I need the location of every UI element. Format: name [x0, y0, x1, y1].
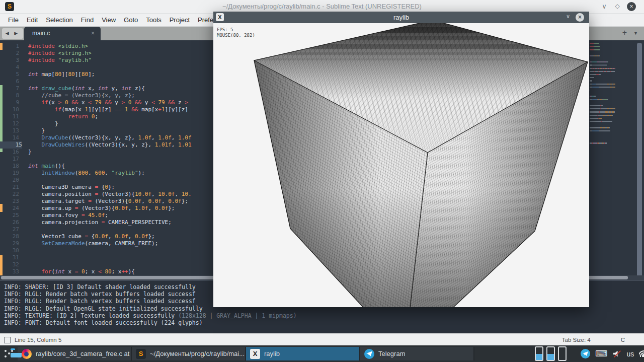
menu-tools[interactable]: Tools [142, 15, 165, 25]
line-number-19: 19 [0, 170, 19, 177]
system-tray: ⌨ us ▲ [576, 349, 644, 358]
code-line-8[interactable]: //cube = (Vector3){x, y, z}; [28, 92, 135, 99]
code-line-10[interactable]: if(map[x-1][y][z] == 1 && map[x+1][y][z] [28, 106, 188, 113]
menu-file[interactable]: File [4, 15, 23, 25]
task-label: ~/Документы/prog/c/raylib/mai... [150, 350, 245, 357]
maximize-button[interactable]: ◇ [613, 2, 622, 11]
tab-main-c[interactable]: main.c × [24, 27, 101, 40]
cursor-position: Line 15, Column 5 [15, 337, 61, 343]
task-label: raylib [264, 350, 280, 357]
line-number-17: 17 [0, 156, 19, 163]
minimap[interactable] [590, 40, 635, 191]
taskbar: raylib/core_3d_camera_free.c at ...S~/До… [0, 345, 644, 362]
code-line-2[interactable]: #include <string.h> [28, 50, 92, 57]
minimap-line-9 [590, 68, 615, 69]
code-line-12[interactable]: } [28, 120, 58, 127]
code-line-1[interactable]: #include <stdio.h> [28, 43, 88, 50]
line-number-29: 29 [0, 240, 19, 247]
code-line-21[interactable]: Camera3D camera = {0}; [28, 184, 115, 191]
menu-view[interactable]: View [98, 15, 120, 25]
code-line-26[interactable]: camera.projection = CAMERA_PERSPECTIVE; [28, 219, 172, 226]
console-line-3: INFO: RLGL: Render batch vertex buffers … [4, 298, 196, 305]
tab-close-icon[interactable]: × [91, 30, 95, 37]
task-sublime[interactable]: S~/Документы/prog/c/raylib/mai... [132, 347, 246, 360]
telegram-tray-icon[interactable] [581, 349, 590, 358]
code-line-7[interactable]: int draw_cube(int x, int y, int z){ [28, 85, 145, 92]
close-button[interactable]: × [627, 2, 636, 11]
keyboard-tray-icon[interactable]: ⌨ [595, 349, 608, 358]
code-line-29[interactable]: SetCameraMode(camera, CAMERA_FREE); [28, 240, 158, 247]
virtual-desktop-pager[interactable] [535, 346, 570, 361]
code-line-14[interactable]: DrawCube((Vector3){x, y, z}, 1.0f, 1.0f,… [28, 134, 192, 141]
desktop-3[interactable] [558, 346, 567, 361]
line-number-16: 16 [0, 149, 19, 156]
volume-muted-icon[interactable] [613, 350, 622, 358]
tab-size[interactable]: Tab Size: 4 [562, 337, 591, 343]
code-line-18[interactable]: int main(){ [28, 163, 65, 170]
minimap-line-21 [590, 105, 603, 106]
menu-project[interactable]: Project [166, 15, 194, 25]
code-line-16[interactable]: } [28, 149, 32, 156]
menu-find[interactable]: Find [77, 15, 98, 25]
line-number-26: 26 [0, 219, 19, 226]
line-number-32: 32 [0, 261, 19, 268]
line-number-27: 27 [0, 226, 19, 233]
minimap-line-12 [590, 77, 594, 78]
mouse-position: MOUSE(80, 282) [217, 33, 255, 38]
minimize-button[interactable]: ∨ [600, 2, 609, 11]
code-line-23[interactable]: camera.target = (Vector3){0.0f, 0.0f, 0.… [28, 198, 188, 205]
line-number-2: 2 [0, 50, 19, 57]
raylib-window[interactable]: X raylib ∨ × [213, 12, 589, 307]
code-line-25[interactable]: camera.fovy = 45.0f; [28, 212, 108, 219]
wifi-icon[interactable] [639, 350, 644, 357]
code-line-28[interactable]: Vector3 cube = {0.0f, 0.0f, 0.0f}; [28, 233, 155, 240]
line-number-21: 21 [0, 184, 19, 191]
code-line-11[interactable]: return 0; [28, 113, 98, 120]
task-list: raylib/core_3d_camera_free.c at ...S~/До… [18, 345, 474, 362]
code-line-13[interactable]: } [28, 127, 45, 134]
keyboard-layout[interactable]: us [627, 350, 634, 358]
new-tab-button[interactable]: + [622, 28, 627, 37]
desktop-1[interactable] [535, 346, 543, 361]
raylib-title: raylib [213, 14, 589, 21]
minimap-line-25 [590, 118, 602, 119]
tab-list-icon[interactable]: ▼ [633, 31, 638, 36]
shade-icon[interactable]: ∨ [566, 13, 570, 20]
task-firefox[interactable]: raylib/core_3d_camera_free.c at ... [18, 347, 132, 360]
line-number-23: 23 [0, 198, 19, 205]
minimap-line-24 [590, 115, 613, 116]
task-xorg[interactable]: Xraylib [246, 347, 360, 360]
line-number-4: 4 [0, 64, 19, 71]
panel-toggle-icon[interactable] [4, 337, 11, 343]
task-telegram[interactable]: Telegram [360, 347, 474, 360]
code-line-9[interactable]: if(x > 0 && x < 79 && y > 0 && y < 79 &&… [28, 99, 192, 106]
vertical-scrollbar[interactable] [637, 43, 642, 280]
console-line-4: INFO: RLGL: Default OpenGL state initial… [4, 305, 203, 312]
code-line-22[interactable]: camera.position = (Vector3){10.0f, 10.0f… [28, 191, 192, 198]
line-number-28: 28 [0, 233, 19, 240]
minimap-line-33 [590, 142, 607, 143]
code-line-15[interactable]: DrawCubeWires((Vector3){x, y, z}, 1.01f,… [28, 141, 192, 149]
code-line-33[interactable]: for(int x = 0; x < 80; x++){ [28, 268, 135, 275]
menu-goto[interactable]: Goto [120, 15, 142, 25]
code-line-3[interactable]: #include "raylib.h" [28, 57, 92, 64]
code-line-5[interactable]: int map[80][80][80]; [28, 71, 95, 78]
tab-nav-arrows-icon[interactable]: ◀ ▶ [2, 28, 23, 39]
raylib-viewport[interactable]: FPS: 5 MOUSE(80, 282) [213, 23, 589, 307]
minimap-line-5 [590, 55, 600, 56]
menu-selection[interactable]: Selection [42, 15, 76, 25]
code-line-19[interactable]: InitWindow(800, 600, "raylib"); [28, 170, 145, 177]
desktop-2[interactable] [546, 346, 555, 361]
line-number-15: 15 [0, 141, 22, 149]
menu-edit[interactable]: Edit [23, 15, 42, 25]
syntax-mode[interactable]: C [621, 337, 625, 343]
line-number-8: 8 [0, 92, 19, 99]
minimap-line-14 [590, 84, 615, 85]
console-line-2: INFO: RLGL: Render batch vertex buffers … [4, 291, 196, 298]
code-line-24[interactable]: camera.up = (Vector3){0.0f, 1.0f, 0.0f}; [28, 205, 175, 212]
raylib-close-button[interactable]: × [576, 13, 584, 22]
tab-label: main.c [32, 30, 50, 37]
raylib-titlebar[interactable]: X raylib ∨ × [213, 12, 589, 23]
fps-counter: FPS: 5 [217, 27, 255, 33]
line-number-10: 10 [0, 106, 19, 113]
